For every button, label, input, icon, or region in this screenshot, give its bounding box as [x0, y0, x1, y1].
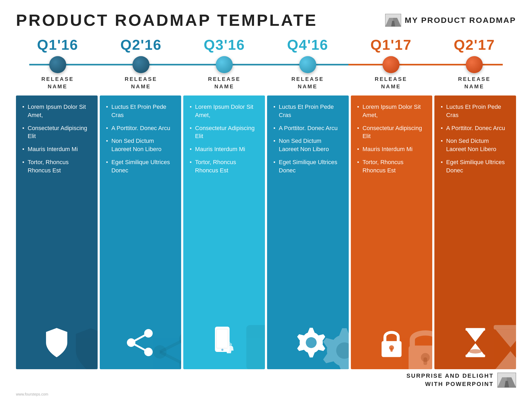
- list-item: Eget Similique Ultrices Donec: [273, 158, 342, 175]
- svg-line-5: [160, 339, 181, 352]
- page-container: PRODUCT ROADMAP TEMPLATE MY PRODUCT ROAD…: [0, 0, 532, 399]
- card-q2-16-icon-area: [100, 316, 181, 369]
- list-item: Luctus Et Proin Pede Cras: [273, 103, 342, 119]
- card-q2-16-content: Luctus Et Proin Pede Cras A Porttitor. D…: [100, 95, 181, 316]
- list-item: A Porttitor. Donec Arcu: [106, 124, 175, 132]
- list-item: Non Sed Dictum Laoreet Non Libero: [106, 137, 175, 153]
- header: PRODUCT ROADMAP TEMPLATE MY PRODUCT ROAD…: [16, 11, 516, 30]
- brand-road-icon: [385, 14, 401, 27]
- hourglass-icon: [463, 325, 487, 360]
- hourglass-icon-shadow: [490, 321, 516, 369]
- footer: SURPRISE AND DELIGHT WITH POWERPOINT: [16, 369, 516, 388]
- list-item: Consectetur Adipiscing Elit: [357, 124, 426, 141]
- svg-point-15: [221, 349, 223, 351]
- list-item: Eget Similique Ultrices Donec: [106, 158, 175, 175]
- svg-rect-28: [494, 369, 516, 369]
- card-q1-17-content: Lorem Ipsum Dolor Sit Amet, Consectetur …: [351, 95, 433, 316]
- mobile-icon-shadow: [239, 321, 265, 369]
- card-q4-16: Luctus Et Proin Pede Cras A Porttitor. D…: [267, 95, 349, 369]
- list-item: Luctus Et Proin Pede Cras: [106, 103, 175, 119]
- watermark: www.foursteps.com: [16, 392, 48, 396]
- timeline-dot-q3-16: [216, 56, 233, 73]
- card-q1-16-content: Lorem Ipsum Dolor Sit Amet, Consectetur …: [16, 95, 98, 316]
- svg-line-10: [131, 333, 148, 343]
- card-q4-16-list: Luctus Et Proin Pede Cras A Porttitor. D…: [273, 103, 342, 175]
- quarter-labels: Q1'16 Q2'16 Q3'16 Q4'16 Q1'17 Q2'17: [16, 38, 516, 54]
- release-labels: RELEASENAME RELEASENAME RELEASENAME RELE…: [16, 75, 516, 90]
- card-q4-16-content: Luctus Et Proin Pede Cras A Porttitor. D…: [267, 95, 349, 316]
- card-q1-17-icon-area: [351, 316, 433, 369]
- release-label-6: RELEASENAME: [433, 75, 516, 90]
- lock-icon-shadow: [403, 321, 432, 369]
- quarter-label-q4-16: Q4'16: [266, 38, 349, 54]
- timeline-dot-q2-16: [132, 56, 149, 73]
- release-label-2: RELEASENAME: [99, 75, 182, 90]
- svg-line-6: [160, 352, 181, 365]
- shield-icon: [43, 327, 70, 359]
- card-q4-16-icon-area: [267, 316, 349, 369]
- list-item: Mauris Interdum Mi: [357, 145, 426, 153]
- share-icon: [126, 328, 155, 357]
- shield-icon-shadow: [68, 325, 98, 369]
- list-item: Tortor, Rhoncus Rhoncus Est: [22, 158, 91, 175]
- card-q3-16-list: Lorem Ipsum Dolor Sit Amet, Consectetur …: [190, 103, 259, 175]
- release-label-3: RELEASENAME: [183, 75, 266, 90]
- list-item: Tortor, Rhoncus Rhoncus Est: [357, 158, 426, 175]
- svg-point-31: [469, 349, 482, 354]
- cards-section: Lorem Ipsum Dolor Sit Amet, Consectetur …: [16, 95, 516, 369]
- release-label-1: RELEASENAME: [16, 75, 99, 90]
- list-item: A Porttitor. Donec Arcu: [273, 124, 342, 132]
- timeline-dot-q1-17: [383, 56, 400, 73]
- svg-line-11: [131, 343, 148, 352]
- list-item: Consectetur Adipiscing Elit: [22, 124, 91, 141]
- card-q2-17-icon-area: [434, 316, 516, 369]
- svg-point-20: [306, 337, 317, 348]
- card-q2-16-list: Luctus Et Proin Pede Cras A Porttitor. D…: [106, 103, 175, 175]
- card-q2-17-content: Luctus Et Proin Pede Cras A Porttitor. D…: [434, 95, 516, 316]
- list-item: Mauris Interdum Mi: [190, 145, 259, 153]
- card-q1-17: Lorem Ipsum Dolor Sit Amet, Consectetur …: [351, 95, 433, 369]
- svg-rect-23: [423, 358, 427, 365]
- list-item: Non Sed Dictum Laoreet Non Libero: [441, 137, 510, 153]
- svg-point-17: [229, 342, 230, 343]
- release-label-4: RELEASENAME: [266, 75, 349, 90]
- list-item: Lorem Ipsum Dolor Sit Amet,: [357, 103, 426, 119]
- list-item: Tortor, Rhoncus Rhoncus Est: [190, 158, 259, 175]
- list-item: Eget Similique Ultrices Donec: [441, 158, 510, 175]
- quarter-label-q2-17: Q2'17: [433, 38, 516, 54]
- quarter-label-q1-17: Q1'17: [349, 38, 433, 54]
- svg-rect-30: [466, 355, 485, 357]
- quarter-label-q1-16: Q1'16: [16, 38, 99, 54]
- list-item: A Porttitor. Donec Arcu: [441, 124, 510, 132]
- quarter-label-q3-16: Q3'16: [183, 38, 266, 54]
- timeline-dot-q4-16: [299, 56, 316, 73]
- timeline-dot-q1-16: [49, 56, 66, 73]
- lock-icon: [378, 325, 405, 360]
- svg-point-16: [229, 343, 232, 346]
- card-q3-16-icon-area: [183, 316, 265, 369]
- card-q1-17-list: Lorem Ipsum Dolor Sit Amet, Consectetur …: [357, 103, 426, 175]
- timeline-dot-q2-17: [466, 56, 483, 73]
- timeline-track: [16, 54, 516, 75]
- list-item: Mauris Interdum Mi: [22, 145, 91, 153]
- release-label-5: RELEASENAME: [349, 75, 433, 90]
- brand-title: MY PRODUCT ROADMAP: [405, 16, 516, 25]
- svg-rect-27: [494, 325, 516, 330]
- card-q1-16: Lorem Ipsum Dolor Sit Amet, Consectetur …: [16, 95, 98, 369]
- card-q3-16: Lorem Ipsum Dolor Sit Amet, Consectetur …: [183, 95, 265, 369]
- card-q1-16-icon-area: [16, 316, 98, 369]
- svg-rect-12: [246, 325, 265, 369]
- brand-area: MY PRODUCT ROADMAP: [385, 14, 516, 27]
- list-item: Luctus Et Proin Pede Cras: [441, 103, 510, 119]
- card-q2-17-list: Luctus Et Proin Pede Cras A Porttitor. D…: [441, 103, 510, 175]
- page-title: PRODUCT ROADMAP TEMPLATE: [16, 11, 318, 30]
- mobile-touch-icon: [212, 325, 236, 360]
- footer-road-icon: [497, 373, 516, 388]
- svg-rect-26: [390, 348, 393, 352]
- quarter-label-q2-16: Q2'16: [99, 38, 182, 54]
- list-item: Lorem Ipsum Dolor Sit Amet,: [190, 103, 259, 119]
- gear-icon: [290, 325, 325, 360]
- timeline-dots: [16, 56, 516, 73]
- card-q2-17: Luctus Et Proin Pede Cras A Porttitor. D…: [434, 95, 516, 369]
- list-item: Non Sed Dictum Laoreet Non Libero: [273, 137, 342, 153]
